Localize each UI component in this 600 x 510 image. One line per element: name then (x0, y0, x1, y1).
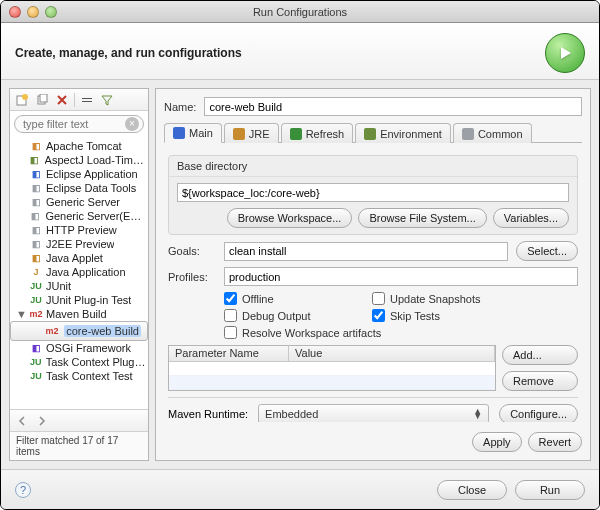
base-dir-label: Base directory (169, 156, 577, 177)
dialog-header: Create, manage, and run configurations (1, 23, 599, 80)
sidebar-item[interactable]: ▼m2Maven Build (10, 307, 148, 321)
param-col-value: Value (289, 346, 495, 361)
tab-environment[interactable]: Environment (355, 123, 451, 143)
tree-nav-back-icon[interactable] (14, 413, 30, 429)
chevron-updown-icon: ▲▼ (473, 409, 482, 419)
run-button[interactable]: Run (515, 480, 585, 500)
svg-rect-3 (40, 94, 47, 102)
skip-tests-checkbox[interactable]: Skip Tests (372, 309, 532, 322)
apply-button[interactable]: Apply (472, 432, 522, 452)
sidebar-item[interactable]: ◧Java Applet (10, 251, 148, 265)
tab-refresh[interactable]: Refresh (281, 123, 354, 143)
runtime-select[interactable]: Embedded ▲▼ (258, 404, 489, 422)
sidebar-toolbar (10, 89, 148, 111)
config-tree: ◧Apache Tomcat◧AspectJ Load-Time W◧Eclip… (10, 137, 148, 409)
add-param-button[interactable]: Add... (502, 345, 578, 365)
configure-runtime-button[interactable]: Configure... (499, 404, 578, 422)
goals-input[interactable] (224, 242, 508, 261)
debug-output-checkbox[interactable]: Debug Output (224, 309, 364, 322)
delete-config-icon[interactable] (54, 92, 70, 108)
sidebar-item[interactable]: ◧J2EE Preview (10, 237, 148, 251)
parameters-table[interactable]: Parameter Name Value (168, 345, 496, 391)
duplicate-config-icon[interactable] (34, 92, 50, 108)
svg-rect-4 (82, 98, 92, 99)
dialog-title: Create, manage, and run configurations (15, 46, 242, 60)
resolve-workspace-checkbox[interactable]: Resolve Workspace artifacts (224, 326, 532, 339)
tree-nav-fwd-icon[interactable] (34, 413, 50, 429)
tabs: MainJRERefreshEnvironmentCommon (164, 122, 582, 143)
sidebar-item[interactable]: ◧Eclipse Application (10, 167, 148, 181)
sidebar-item[interactable]: ◧Generic Server(Exter (10, 209, 148, 223)
runtime-label: Maven Runtime: (168, 408, 248, 420)
offline-checkbox[interactable]: Offline (224, 292, 364, 305)
profiles-label: Profiles: (168, 271, 216, 283)
tab-common[interactable]: Common (453, 123, 532, 143)
collapse-all-icon[interactable] (79, 92, 95, 108)
sidebar-item[interactable]: ◧AspectJ Load-Time W (10, 153, 148, 167)
sidebar-item[interactable]: m2core-web Build (10, 321, 148, 341)
update-snapshots-checkbox[interactable]: Update Snapshots (372, 292, 532, 305)
svg-point-1 (22, 94, 28, 100)
sidebar-item[interactable]: JUTask Context Test (10, 369, 148, 383)
goals-label: Goals: (168, 245, 216, 257)
sidebar-item[interactable]: JUTask Context Plug-in (10, 355, 148, 369)
browse-workspace-button[interactable]: Browse Workspace... (227, 208, 353, 228)
browse-filesystem-button[interactable]: Browse File System... (358, 208, 486, 228)
profiles-input[interactable] (224, 267, 578, 286)
name-label: Name: (164, 101, 196, 113)
sidebar-item[interactable]: ◧Apache Tomcat (10, 139, 148, 153)
help-icon[interactable]: ? (15, 482, 31, 498)
new-config-icon[interactable] (14, 92, 30, 108)
tab-main[interactable]: Main (164, 123, 222, 143)
name-input[interactable] (204, 97, 582, 116)
sidebar-item[interactable]: JUJUnit (10, 279, 148, 293)
main-panel: Name: MainJRERefreshEnvironmentCommon Ba… (155, 88, 591, 461)
run-icon-large (545, 33, 585, 73)
param-col-name: Parameter Name (169, 346, 289, 361)
filter-icon[interactable] (99, 92, 115, 108)
filter-status: Filter matched 17 of 17 items (10, 431, 148, 460)
clear-filter-icon[interactable]: × (125, 117, 139, 131)
tab-jre[interactable]: JRE (224, 123, 279, 143)
remove-param-button[interactable]: Remove (502, 371, 578, 391)
sidebar-item[interactable]: ◧Eclipse Data Tools (10, 181, 148, 195)
sidebar-item[interactable]: ◧HTTP Preview (10, 223, 148, 237)
select-goals-button[interactable]: Select... (516, 241, 578, 261)
svg-rect-5 (82, 101, 92, 102)
sidebar-item[interactable]: JJava Application (10, 265, 148, 279)
variables-button[interactable]: Variables... (493, 208, 569, 228)
window-title: Run Configurations (1, 6, 599, 18)
titlebar: Run Configurations (1, 1, 599, 23)
revert-button[interactable]: Revert (528, 432, 582, 452)
base-dir-input[interactable] (177, 183, 569, 202)
sidebar-item[interactable]: JUJUnit Plug-in Test (10, 293, 148, 307)
sidebar: × ◧Apache Tomcat◧AspectJ Load-Time W◧Ecl… (9, 88, 149, 461)
sidebar-item[interactable]: ◧OSGi Framework (10, 341, 148, 355)
sidebar-item[interactable]: ◧Generic Server (10, 195, 148, 209)
close-button[interactable]: Close (437, 480, 507, 500)
